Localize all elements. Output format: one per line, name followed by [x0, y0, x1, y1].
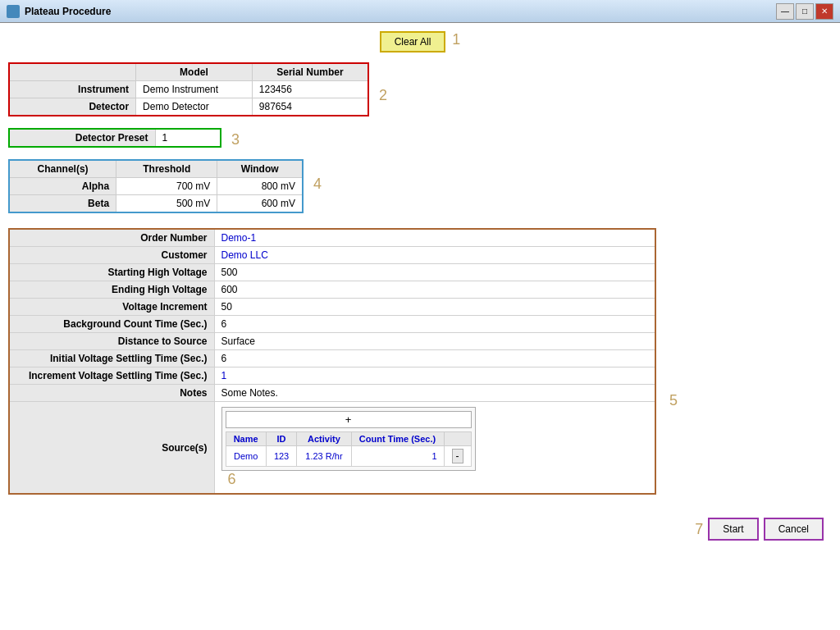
instrument-table: Model Serial Number Instrument Demo Inst…: [8, 62, 369, 116]
notes-value: Some Notes.: [214, 385, 655, 402]
init-settling-label: Initial Voltage Settling Time (Sec.): [9, 350, 214, 368]
dist-source-value: Surface: [214, 333, 655, 350]
source-remove-header: [444, 432, 471, 446]
minimize-button[interactable]: —: [776, 3, 794, 20]
layout-wrapper: Clear All 1 Model Serial Number Instrume…: [8, 31, 832, 549]
bg-count-row: Background Count Time (Sec.) 6: [9, 316, 655, 333]
customer-label: Customer: [9, 247, 214, 264]
add-source-button[interactable]: +: [226, 411, 472, 428]
beta-threshold: 500 mV: [116, 195, 217, 213]
main-form-section: Order Number Demo-1 Customer Demo LLC St…: [8, 228, 832, 495]
init-settling-row: Initial Voltage Settling Time (Sec.) 6: [9, 350, 655, 368]
inc-settling-value: 1: [214, 368, 655, 385]
beta-label: Beta: [9, 195, 116, 213]
section-5-badge: 5: [669, 392, 678, 409]
cancel-button[interactable]: Cancel: [764, 518, 824, 541]
alpha-threshold: 700 mV: [116, 178, 217, 195]
init-settling-value: 6: [214, 350, 655, 368]
sources-label: Source(s): [9, 402, 214, 495]
inc-settling-label: Increment Voltage Settling Time (Sec.): [9, 368, 214, 385]
notes-label: Notes: [9, 385, 214, 402]
notes-row: Notes Some Notes.: [9, 385, 655, 402]
source-row: Demo 123 1.23 R/hr 1 -: [226, 446, 471, 467]
detector-serial: 987654: [252, 98, 368, 116]
source-id-0: 123: [266, 446, 297, 467]
beta-window: 600 mV: [217, 195, 303, 213]
section-7-badge: 7: [695, 521, 703, 541]
channel-header: Channel(s): [9, 160, 116, 178]
source-id-header: ID: [266, 432, 297, 446]
serial-header: Serial Number: [252, 63, 368, 81]
main-content: Clear All 1 Model Serial Number Instrume…: [0, 23, 840, 630]
ending-hv-row: Ending High Voltage 600: [9, 281, 655, 299]
section-4-badge: 4: [313, 176, 322, 193]
instrument-serial: 123456: [252, 81, 368, 98]
order-number-value: Demo-1: [214, 229, 655, 247]
instrument-label: Instrument: [9, 81, 136, 98]
source-activity-0: 1.23 R/hr: [297, 446, 351, 467]
voltage-inc-label: Voltage Increment: [9, 299, 214, 316]
sources-inner: + Name ID Activity Count Time (Sec.): [221, 407, 476, 471]
title-bar: Plateau Procedure — □ ✕: [0, 0, 840, 23]
section-1-badge: 1: [452, 31, 460, 52]
app-icon: [7, 5, 20, 18]
source-count-time-header: Count Time (Sec.): [351, 432, 444, 446]
model-header: Model: [136, 63, 253, 81]
ending-hv-value: 600: [214, 281, 655, 299]
dist-source-label: Distance to Source: [9, 333, 214, 350]
alpha-window: 800 mV: [217, 178, 303, 195]
customer-row: Customer Demo LLC: [9, 247, 655, 264]
customer-value: Demo LLC: [214, 247, 655, 264]
form-table: Order Number Demo-1 Customer Demo LLC St…: [8, 228, 656, 495]
starting-hv-value: 500: [214, 264, 655, 281]
window-title: Plateau Procedure: [25, 6, 776, 17]
sources-cell: + Name ID Activity Count Time (Sec.): [214, 402, 655, 495]
instrument-empty-header: [9, 63, 136, 81]
bg-count-label: Background Count Time (Sec.): [9, 316, 214, 333]
toolbar: Clear All 1: [8, 31, 832, 52]
clear-all-button[interactable]: Clear All: [380, 31, 446, 52]
order-number-row: Order Number Demo-1: [9, 229, 655, 247]
voltage-inc-row: Voltage Increment 50: [9, 299, 655, 316]
channels-section: Channel(s) Threshold Window Alpha 700 mV…: [8, 159, 832, 223]
detector-preset-table: Detector Preset 1: [8, 128, 221, 148]
close-button[interactable]: ✕: [815, 3, 833, 20]
section-2-badge: 2: [379, 87, 387, 104]
bottom-bar: 7 Start Cancel: [688, 518, 824, 541]
start-button[interactable]: Start: [708, 518, 758, 541]
source-activity-header: Activity: [297, 432, 351, 446]
source-remove-cell-0: -: [444, 446, 471, 467]
maximize-button[interactable]: □: [796, 3, 814, 20]
bg-count-value: 6: [214, 316, 655, 333]
dist-source-row: Distance to Source Surface: [9, 333, 655, 350]
starting-hv-label: Starting High Voltage: [9, 264, 214, 281]
detector-preset-label: Detector Preset: [9, 129, 155, 147]
instrument-section: Model Serial Number Instrument Demo Inst…: [8, 62, 832, 123]
source-remove-button-0[interactable]: -: [452, 449, 463, 463]
detector-model: Demo Detector: [136, 98, 253, 116]
order-number-label: Order Number: [9, 229, 214, 247]
instrument-model: Demo Instrument: [136, 81, 253, 98]
window-header: Window: [217, 160, 303, 178]
inc-settling-row: Increment Voltage Settling Time (Sec.) 1: [9, 368, 655, 385]
detector-label: Detector: [9, 98, 136, 116]
ending-hv-label: Ending High Voltage: [9, 281, 214, 299]
voltage-inc-value: 50: [214, 299, 655, 316]
source-count-time-0: 1: [351, 446, 444, 467]
starting-hv-row: Starting High Voltage 500: [9, 264, 655, 281]
sources-grid: Name ID Activity Count Time (Sec.): [226, 431, 472, 467]
section-3-badge: 3: [231, 131, 240, 148]
sources-row: Source(s) + Name ID Activity: [9, 402, 655, 495]
channels-table: Channel(s) Threshold Window Alpha 700 mV…: [8, 159, 304, 213]
alpha-label: Alpha: [9, 178, 116, 195]
threshold-header: Threshold: [116, 160, 217, 178]
title-bar-buttons: — □ ✕: [776, 3, 833, 20]
source-name-0: Demo: [226, 446, 266, 467]
section-6-badge: 6: [228, 471, 236, 487]
detector-preset-section: Detector Preset 1 3: [8, 128, 832, 154]
source-name-header: Name: [226, 432, 266, 446]
detector-preset-value: 1: [155, 129, 221, 147]
